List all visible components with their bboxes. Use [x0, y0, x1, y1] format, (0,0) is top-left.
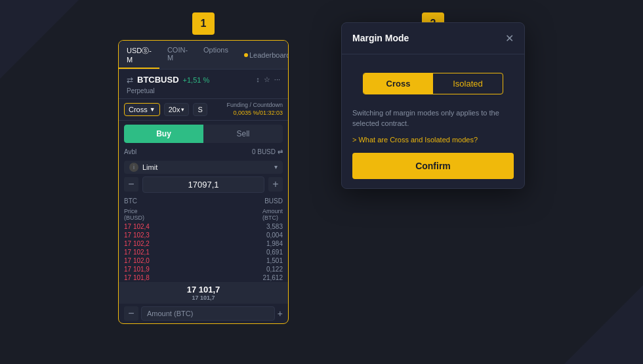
- margin-mode-modal: Margin Mode ✕ Cross Isolated Switching o…: [341, 22, 525, 189]
- table-row: 17 101,8 21,612: [119, 273, 288, 282]
- coin-change: +1,51 %: [183, 76, 210, 84]
- modal-description: Switching of margin modes only applies t…: [352, 108, 514, 129]
- table-row: 17 102,3 0,004: [119, 231, 288, 239]
- amount-row-1: − Amount (BTC) +: [124, 306, 283, 321]
- isolated-tab[interactable]: Isolated: [433, 73, 503, 94]
- price-row-1: − 17097,1 +: [124, 176, 283, 193]
- leverage-select-1[interactable]: 20x ▾: [164, 103, 190, 116]
- table-row: 17 102,0 1,501: [119, 256, 288, 265]
- modal-header: Margin Mode ✕: [342, 23, 524, 54]
- panel-2-wrapper: Cross ▼ 20x ▾ S Funding / Countdown 0,00…: [341, 40, 525, 171]
- table-row: 17 102,1 0,691: [119, 248, 288, 256]
- last-price-1: 17 101,7 17 101,7: [119, 282, 288, 304]
- sell-button-1[interactable]: Sell: [203, 125, 283, 143]
- modal-title: Margin Mode: [352, 33, 409, 43]
- avbl-row-1: Avbl 0 BUSD ⇄: [119, 147, 288, 158]
- table-row: 17 102,2 1,984: [119, 239, 288, 248]
- currency-row-1: BTC BUSD: [119, 195, 288, 207]
- order-bar-1: Cross ▼ 20x ▾ S Funding / Countdown 0,00…: [119, 98, 288, 120]
- tab-leaderboard[interactable]: Leaderboard: [236, 41, 289, 69]
- margin-mode-select-1[interactable]: Cross ▼: [124, 103, 160, 116]
- buy-button-1[interactable]: Buy: [124, 125, 203, 143]
- close-icon[interactable]: ✕: [505, 32, 514, 45]
- amount-plus-1[interactable]: +: [278, 308, 283, 319]
- funding-info-1: Funding / Countdown 0,0035 %/01:32:03: [226, 102, 283, 117]
- panel-1: USDⓢ-M COIN-M Options Leaderboard ⇄ BTCB…: [118, 40, 289, 323]
- s-badge-1[interactable]: S: [193, 103, 207, 116]
- base-currency-1: BTC: [124, 197, 137, 205]
- coin-icons: ↕ ☆ ···: [256, 75, 280, 84]
- avbl-amount-1: 0 BUSD ⇄: [252, 148, 283, 155]
- modal-body: Switching of margin modes only applies t…: [342, 101, 524, 188]
- more-icon: ···: [274, 75, 280, 84]
- orderbook-1: Price(BUSD) Amount(BTC) 17 102,4 3,583 1…: [119, 207, 288, 282]
- chevron-down-icon-1: ▾: [274, 163, 278, 171]
- quote-currency-1: BUSD: [264, 197, 283, 205]
- price-minus-1[interactable]: −: [124, 177, 138, 192]
- price-plus-1[interactable]: +: [268, 177, 283, 192]
- table-row: 17 102,4 3,583: [119, 222, 288, 231]
- chart-icon: ↕: [256, 75, 260, 84]
- leaderboard-dot: [244, 53, 248, 57]
- amount-input-1[interactable]: Amount (BTC): [141, 306, 275, 321]
- step-1-badge: 1: [192, 12, 215, 35]
- info-icon-1: i: [129, 163, 138, 172]
- tab-coinm[interactable]: COIN-M: [159, 41, 196, 69]
- perpetual-label: Perpetual: [119, 87, 288, 98]
- tab-options[interactable]: Options: [196, 41, 236, 69]
- caret-icon: ▼: [150, 106, 156, 113]
- coin-header: ⇄ BTCBUSD +1,51 % ↕ ☆ ···: [119, 70, 288, 87]
- panel-1-tabs: USDⓢ-M COIN-M Options Leaderboard: [119, 41, 288, 70]
- modal-tabs: Cross Isolated: [363, 73, 503, 94]
- swap-icon: ⇄: [127, 75, 133, 85]
- modal-help-link[interactable]: > What are Cross and Isolated modes?: [352, 136, 514, 144]
- confirm-button[interactable]: Confirm: [352, 153, 514, 179]
- cross-tab[interactable]: Cross: [363, 73, 433, 94]
- tab-usdm[interactable]: USDⓢ-M: [119, 41, 159, 69]
- leverage-caret-icon: ▾: [181, 106, 184, 113]
- orderbook-header-1: Price(BUSD) Amount(BTC): [119, 207, 288, 222]
- avbl-icon: ⇄: [278, 148, 283, 155]
- coin-name: BTCBUSD: [137, 75, 179, 85]
- star-icon: ☆: [264, 75, 270, 84]
- buy-sell-bar-1: Buy Sell: [124, 125, 283, 143]
- order-type-label-1: Limit: [142, 163, 270, 171]
- amount-minus-1[interactable]: −: [124, 306, 138, 321]
- table-row: 17 101,9 0,122: [119, 265, 288, 273]
- price-input-1[interactable]: 17097,1: [142, 176, 264, 193]
- modal-overlay: Margin Mode ✕ Cross Isolated Switching o…: [341, 40, 525, 171]
- order-type-row-1[interactable]: i Limit ▾: [124, 161, 283, 174]
